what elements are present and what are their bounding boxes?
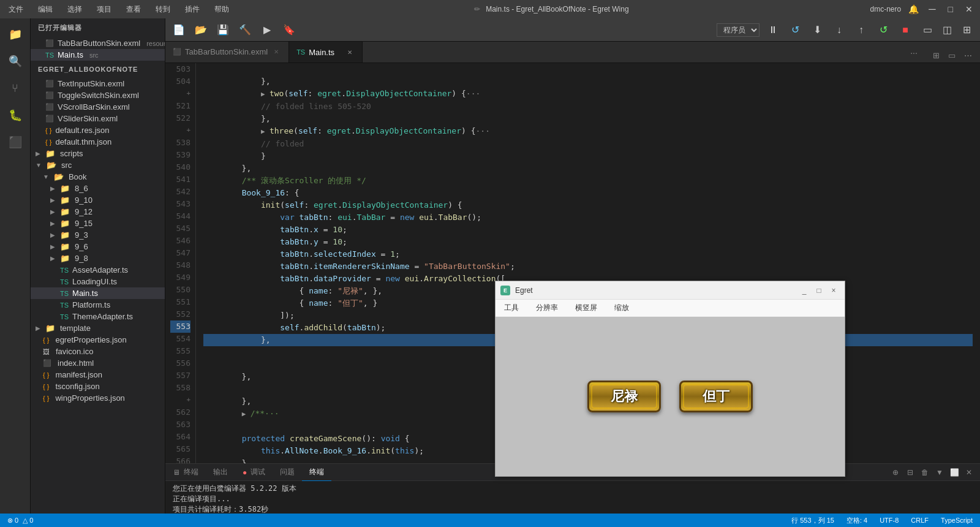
split-editor-btn[interactable]: ⊞ (929, 48, 943, 63)
debug-open-btn[interactable]: 📂 (192, 21, 209, 39)
sidebar-item-themeadapter[interactable]: TS ThemeAdapter.ts (31, 311, 165, 322)
terminal-split-btn[interactable]: ⊟ (904, 466, 916, 479)
debug-new-file-btn[interactable]: 📄 (170, 21, 187, 39)
terminal-close-btn[interactable]: ✕ (963, 466, 975, 479)
open-file-main[interactable]: TS Main.ts src (31, 49, 165, 61)
language-mode[interactable]: TypeScript (938, 517, 975, 524)
terminal-dropdown-btn[interactable]: ▼ (933, 466, 946, 479)
egret-menu-resolution[interactable]: 分辨率 (532, 301, 562, 314)
sidebar-item-loadingui[interactable]: TS LoadingUI.ts (31, 276, 165, 287)
sidebar-item-manifest[interactable]: { } manifest.json (31, 369, 165, 381)
tab-main[interactable]: TS Main.ts ✕ (289, 41, 363, 63)
menu-item-help[interactable]: 帮助 (211, 2, 233, 17)
sidebar-item-platform[interactable]: TS Platform.ts (31, 299, 165, 311)
menu-item-edit[interactable]: 编辑 (34, 2, 56, 17)
sidebar-folder-scripts[interactable]: ▶ 📁 scripts (31, 148, 165, 159)
sidebar-folder-9_8[interactable]: ▶ 📁 9_8 (31, 252, 165, 264)
egret-minimize-btn[interactable]: _ (798, 284, 810, 297)
menu-item-view[interactable]: 查看 (123, 2, 145, 17)
sidebar-open-editors-header[interactable]: 已打开编辑器 (31, 18, 165, 37)
menu-item-goto[interactable]: 转到 (152, 2, 174, 17)
sidebar-project-header[interactable]: EGRET_ALLBOOKOFNOTE (31, 61, 165, 78)
sidebar-folder-9_12[interactable]: ▶ 📁 9_12 (31, 206, 165, 218)
sidebar-folder-9_3[interactable]: ▶ 📁 9_3 (31, 229, 165, 241)
terminal-tab-output[interactable]: 🖥 终端 (165, 464, 206, 481)
tab-active-close-btn[interactable]: ✕ (345, 47, 355, 57)
panel-toggle-btn[interactable]: ▭ (919, 21, 936, 39)
debug-step-over-btn[interactable]: ⬇ (809, 21, 826, 39)
open-file-tabbar[interactable]: ⬛ TabBarButtonSkin.exml resour... (31, 37, 165, 49)
sidebar-folder-src[interactable]: ▼ 📂 src (31, 159, 165, 171)
activity-scm[interactable]: ⑂ (4, 77, 26, 99)
debug-stop-btn[interactable]: ■ (897, 21, 914, 39)
debug-restart-btn[interactable]: ↺ (875, 21, 892, 39)
terminal-tab-terminal[interactable]: 终端 (302, 464, 331, 481)
sidebar-folder-9_6[interactable]: ▶ 📁 9_6 (31, 241, 165, 252)
sidebar-item-textinput[interactable]: ⬛ TextInputSkin.exml (31, 78, 165, 89)
debug-step-into-btn[interactable]: ↓ (831, 21, 848, 39)
sidebar-item-assetadapter[interactable]: TS AssetAdapter.ts (31, 264, 165, 276)
activity-explorer[interactable]: 📁 (4, 23, 26, 45)
debug-pause-btn[interactable]: ⏸ (764, 21, 782, 39)
sidebar-item-favicon[interactable]: 🖼 favicon.ico (31, 346, 165, 357)
activity-debug[interactable]: 🐛 (4, 104, 26, 126)
sidebar-folder-9_10[interactable]: ▶ 📁 9_10 (31, 194, 165, 206)
error-count[interactable]: ⊗ 0 △ 0 (5, 517, 36, 525)
egret-menu-orientation[interactable]: 横竖屏 (571, 301, 601, 314)
terminal-trash-btn[interactable]: 🗑 (919, 466, 931, 479)
activity-extensions[interactable]: ⬛ (4, 131, 26, 153)
sidebar-item-wingprops[interactable]: { } wingProperties.json (31, 392, 165, 404)
sidebar-item-resfile[interactable]: { } default.res.json (31, 124, 165, 136)
tab-close-btn[interactable]: ✕ (271, 47, 281, 57)
sidebar-folder-9_15[interactable]: ▶ 📁 9_15 (31, 218, 165, 229)
notification-icon[interactable]: 🔔 (908, 4, 919, 14)
cursor-position[interactable]: 行 553，列 15 (789, 516, 837, 525)
sidebar-item-vscrollbar[interactable]: ⬛ VScrollBarSkin.exml (31, 101, 165, 113)
egret-maximize-btn[interactable]: □ (813, 284, 825, 297)
terminal-add-btn[interactable]: ⊕ (889, 466, 902, 479)
terminal-tab-out[interactable]: 输出 (206, 464, 235, 481)
encoding[interactable]: UTF-8 (877, 517, 901, 524)
indent-setting[interactable]: 空格: 4 (844, 516, 870, 525)
debug-run-btn[interactable]: ▶ (258, 21, 276, 39)
maximize-button[interactable]: □ (946, 4, 956, 14)
menu-item-file[interactable]: 文件 (5, 2, 27, 17)
toggle-panel-btn[interactable]: ▭ (944, 48, 959, 63)
sidebar-item-vslider[interactable]: ⬛ VSliderSkin.exml (31, 113, 165, 124)
sidebar-toggle-btn[interactable]: ◫ (938, 21, 956, 39)
debug-step-out-btn[interactable]: ↑ (853, 21, 870, 39)
debug-refresh-btn[interactable]: ↺ (786, 21, 804, 39)
sidebar-item-toggleswitch[interactable]: ⬛ ToggleSwitchSkin.exml (31, 89, 165, 101)
close-button[interactable]: ✕ (963, 4, 975, 14)
sidebar-item-egretprops[interactable]: { } egretProperties.json (31, 334, 165, 346)
debug-save-btn[interactable]: 💾 (214, 21, 232, 39)
terminal-maximize-btn[interactable]: ⬜ (948, 466, 960, 479)
egret-menu-tools[interactable]: 工具 (500, 301, 522, 314)
activity-toggle-btn[interactable]: ⊞ (958, 21, 975, 39)
game-button-nilv[interactable]: 尼禄 (587, 381, 661, 412)
sidebar-folder-template[interactable]: ▶ 📁 template (31, 322, 165, 334)
terminal-tab-debug[interactable]: ● 调试 (235, 464, 273, 481)
menu-item-plugins[interactable]: 插件 (181, 2, 203, 17)
egret-close-btn[interactable]: × (827, 284, 840, 297)
more-btn[interactable]: ⋯ (960, 48, 975, 63)
debug-config-dropdown[interactable]: 程序员 (717, 23, 760, 37)
tab-actions-btn[interactable]: ··· (904, 43, 924, 63)
line-ending[interactable]: CRLF (908, 517, 931, 524)
sidebar-item-thmfile[interactable]: { } default.thm.json (31, 136, 165, 148)
sidebar-item-indexhtml[interactable]: ⬛ index.html (31, 357, 165, 369)
activity-search[interactable]: 🔍 (4, 50, 26, 72)
sidebar-folder-8_6[interactable]: ▶ 📁 8_6 (31, 183, 165, 194)
egret-menu-zoom[interactable]: 缩放 (611, 301, 633, 314)
game-button-danding[interactable]: 但丁 (679, 381, 753, 412)
menu-item-project[interactable]: 项目 (93, 2, 115, 17)
minimize-button[interactable]: ─ (926, 4, 938, 15)
sidebar-folder-book[interactable]: ▼ 📂 Book (31, 171, 165, 183)
sidebar-item-main[interactable]: TS Main.ts (31, 287, 165, 299)
tab-tabbar[interactable]: ⬛ TabBarButtonSkin.exml ✕ (165, 41, 289, 63)
sidebar-item-tsconfig[interactable]: { } tsconfig.json (31, 381, 165, 392)
debug-bookmark-btn[interactable]: 🔖 (281, 21, 298, 39)
debug-build-btn[interactable]: 🔨 (236, 21, 254, 39)
menu-item-select[interactable]: 选择 (64, 2, 86, 17)
terminal-tab-problems[interactable]: 问题 (273, 464, 302, 481)
